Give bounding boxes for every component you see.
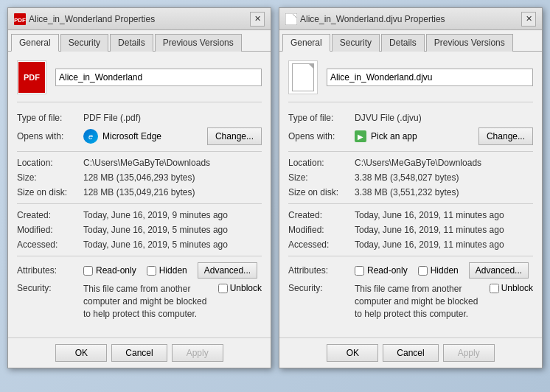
pdf-created-row: Created: Today, June 16, 2019, 9 minutes… (17, 210, 262, 220)
pdf-attr-controls: Read-only Hidden Advanced... (83, 262, 262, 279)
pdf-readonly-label: Read-only (96, 265, 136, 276)
pick-app-icon: ▶ (355, 130, 366, 142)
pdf-hidden-group: Hidden (147, 265, 187, 276)
djvu-accessed-row: Accessed: Today, June 16, 2019, 11 minut… (288, 239, 533, 250)
djvu-readonly-label: Read-only (367, 265, 408, 276)
tab-general-djvu[interactable]: General (282, 34, 330, 52)
pdf-size-row: Size: 128 MB (135,046,293 bytes) (17, 172, 262, 183)
pdf-attributes-row: Attributes: Read-only Hidden Advanced... (17, 262, 262, 279)
pdf-accessed-label: Accessed: (17, 239, 83, 250)
djvu-file-icon (288, 60, 318, 94)
tab-prev-versions-pdf[interactable]: Previous Versions (155, 34, 242, 52)
pdf-apply-btn[interactable]: Apply (172, 344, 223, 362)
pdf-opens-label: Opens with: (17, 131, 83, 141)
pdf-ok-btn[interactable]: OK (55, 344, 107, 362)
djvu-opens-row: Opens with: ▶ Pick an app Change... (288, 127, 533, 145)
svg-rect-2 (285, 13, 297, 25)
pdf-divider1 (17, 151, 262, 152)
tab-prev-versions-djvu[interactable]: Previous Versions (426, 34, 513, 52)
pdf-unblock-group: Unblock (218, 283, 262, 293)
djvu-created-row: Created: Today, June 16, 2019, 11 minute… (288, 210, 533, 220)
pdf-created-label: Created: (17, 210, 83, 220)
djvu-apply-btn[interactable]: Apply (443, 344, 495, 362)
tab-details-djvu[interactable]: Details (381, 34, 425, 52)
djvu-dialog-footer: OK Cancel Apply (279, 337, 542, 368)
pdf-advanced-btn[interactable]: Advanced... (198, 262, 257, 279)
tab-security-pdf[interactable]: Security (60, 34, 108, 52)
djvu-location-value: C:\Users\MeGaByTe\Downloads (355, 158, 533, 168)
djvu-hidden-checkbox[interactable] (418, 266, 428, 276)
pdf-filename-input[interactable] (55, 69, 262, 86)
pdf-type-row: Type of file: PDF File (.pdf) (17, 113, 262, 123)
djvu-attributes-label: Attributes: (288, 265, 355, 276)
djvu-modified-row: Modified: Today, June 16, 2019, 11 minut… (288, 225, 533, 235)
pdf-type-label: Type of file: (17, 113, 83, 123)
djvu-modified-label: Modified: (288, 225, 355, 235)
pdf-sizedisk-value: 128 MB (135,049,216 bytes) (83, 187, 262, 197)
djvu-accessed-label: Accessed: (288, 239, 355, 250)
djvu-sizedisk-row: Size on disk: 3.38 MB (3,551,232 bytes) (288, 187, 533, 197)
djvu-size-row: Size: 3.38 MB (3,548,027 bytes) (288, 172, 533, 183)
pdf-readonly-checkbox[interactable] (83, 266, 93, 276)
djvu-sizedisk-value: 3.38 MB (3,551,232 bytes) (355, 187, 533, 197)
pdf-size-value: 128 MB (135,046,293 bytes) (83, 172, 262, 183)
djvu-readonly-group: Read-only (355, 265, 408, 276)
pdf-sizedisk-row: Size on disk: 128 MB (135,049,216 bytes) (17, 187, 262, 197)
pdf-modified-value: Today, June 16, 2019, 5 minutes ago (83, 225, 262, 235)
djvu-divider1 (288, 151, 533, 152)
pdf-tabs: General Security Details Previous Versio… (8, 30, 271, 52)
pdf-hidden-label: Hidden (159, 265, 187, 276)
tab-details-pdf[interactable]: Details (110, 34, 153, 52)
djvu-advanced-btn[interactable]: Advanced... (469, 262, 529, 279)
djvu-cancel-btn[interactable]: Cancel (383, 344, 438, 362)
djvu-type-row: Type of file: DJVU File (.djvu) (288, 113, 533, 123)
pdf-change-btn[interactable]: Change... (207, 127, 262, 145)
djvu-dialog-titlebar: Alice_in_Wonderland.djvu Properties ✕ (279, 8, 542, 30)
pdf-unblock-label: Unblock (230, 283, 262, 293)
pdf-dialog-titlebar: PDF Alice_in_Wonderland Properties ✕ (8, 8, 271, 30)
djvu-security-text: This file came from another computer and… (355, 283, 484, 320)
pdf-security-label: Security: (17, 283, 83, 293)
pdf-created-value: Today, June 16, 2019, 9 minutes ago (83, 210, 262, 220)
pdf-unblock-checkbox[interactable] (218, 284, 228, 293)
djvu-unblock-group: Unblock (490, 283, 533, 293)
djvu-properties-dialog: Alice_in_Wonderland.djvu Properties ✕ Ge… (279, 7, 543, 368)
pdf-dialog-close[interactable]: ✕ (250, 12, 265, 27)
pdf-location-value: C:\Users\MeGaByTe\Downloads (83, 158, 262, 168)
djvu-dialog-close[interactable]: ✕ (521, 12, 536, 27)
pdf-modified-label: Modified: (17, 225, 83, 235)
djvu-created-value: Today, June 16, 2019, 11 minutes ago (355, 210, 533, 220)
pdf-location-label: Location: (17, 158, 83, 168)
pdf-security-row: Security: This file came from another co… (17, 283, 262, 320)
pdf-modified-row: Modified: Today, June 16, 2019, 5 minute… (17, 225, 262, 235)
djvu-divider3 (288, 256, 533, 256)
djvu-modified-value: Today, June 16, 2019, 11 minutes ago (355, 225, 533, 235)
titlebar-left: PDF Alice_in_Wonderland Properties (14, 13, 155, 25)
pdf-hidden-checkbox[interactable] (147, 266, 156, 276)
pdf-dialog-title: Alice_in_Wonderland Properties (29, 14, 155, 24)
tab-general-pdf[interactable]: General (11, 34, 59, 52)
djvu-opens-label: Opens with: (288, 131, 355, 141)
pdf-unblock-checkbox-group: Unblock (218, 283, 262, 293)
pdf-opens-app: e Microsoft Edge (83, 129, 207, 144)
djvu-hidden-group: Hidden (418, 265, 459, 276)
djvu-unblock-checkbox[interactable] (490, 284, 499, 293)
pdf-properties-dialog: PDF Alice_in_Wonderland Properties ✕ Gen… (7, 7, 271, 368)
djvu-location-label: Location: (288, 158, 355, 168)
djvu-change-btn[interactable]: Change... (478, 127, 533, 145)
djvu-titlebar-left: Alice_in_Wonderland.djvu Properties (285, 13, 445, 25)
djvu-type-value: DJVU File (.djvu) (355, 113, 533, 123)
pdf-cancel-btn[interactable]: Cancel (111, 344, 167, 362)
djvu-created-label: Created: (288, 210, 355, 220)
djvu-ok-btn[interactable]: OK (327, 344, 378, 362)
djvu-tabs: General Security Details Previous Versio… (279, 30, 542, 52)
djvu-opens-app: ▶ Pick an app (355, 130, 478, 142)
djvu-dialog-content: Type of file: DJVU File (.djvu) Opens wi… (279, 52, 542, 337)
djvu-attributes-row: Attributes: Read-only Hidden Advanced... (288, 262, 533, 279)
djvu-filename-input[interactable] (327, 69, 533, 86)
djvu-readonly-checkbox[interactable] (355, 266, 364, 276)
pdf-accessed-value: Today, June 16, 2019, 5 minutes ago (83, 239, 262, 250)
pdf-size-label: Size: (17, 172, 83, 183)
tab-security-djvu[interactable]: Security (332, 34, 380, 52)
djvu-security-row: Security: This file came from another co… (288, 283, 533, 320)
